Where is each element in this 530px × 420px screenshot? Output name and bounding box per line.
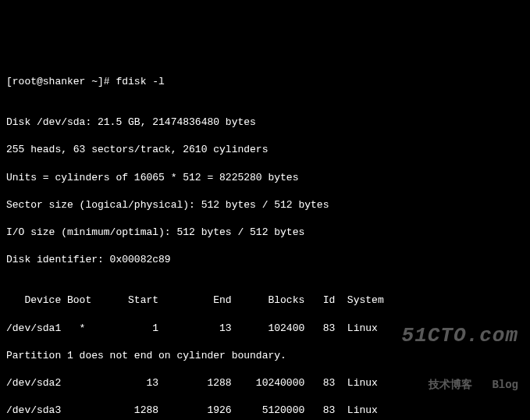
partition-sda1-warning: Partition 1 does not end on cylinder bou…: [6, 349, 524, 363]
partition-row-sda1: /dev/sda1 * 1 13 102400 83 Linux: [6, 322, 524, 336]
disk-sda-header: Disk /dev/sda: 21.5 GB, 21474836480 byte…: [6, 116, 524, 130]
terminal-output[interactable]: [root@shanker ~]# fdisk -l Disk /dev/sda…: [6, 61, 524, 420]
partition-row-sda3: /dev/sda3 1288 1926 5120000 83 Linux: [6, 404, 524, 418]
partition-table-header: Device Boot Start End Blocks Id System: [6, 294, 524, 308]
command-line: [root@shanker ~]# fdisk -l: [6, 75, 524, 89]
disk-sda-sector: Sector size (logical/physical): 512 byte…: [6, 198, 524, 212]
disk-sda-identifier: Disk identifier: 0x00082c89: [6, 253, 524, 267]
disk-sda-io: I/O size (minimum/optimal): 512 bytes / …: [6, 226, 524, 240]
partition-row-sda2: /dev/sda2 13 1288 10240000 83 Linux: [6, 376, 524, 390]
disk-sda-units: Units = cylinders of 16065 * 512 = 82252…: [6, 171, 524, 185]
disk-sda-geometry: 255 heads, 63 sectors/track, 2610 cylind…: [6, 143, 524, 157]
